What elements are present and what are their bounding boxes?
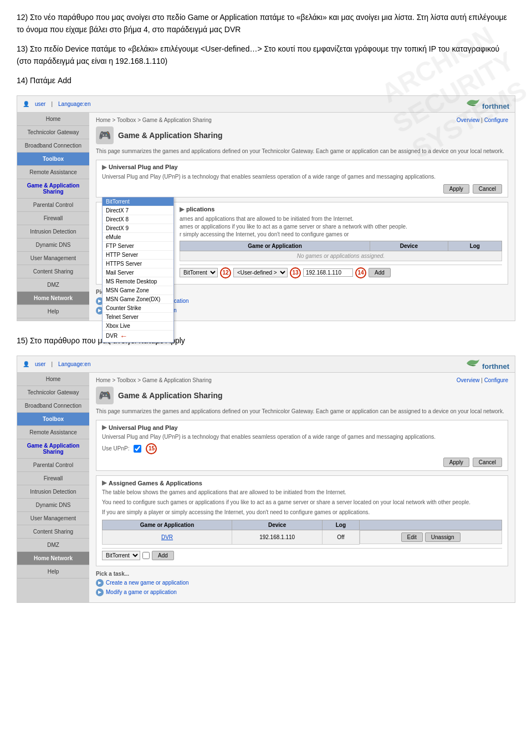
upnp-checkbox[interactable] — [134, 445, 141, 453]
dd-item-emule[interactable]: eMule — [103, 233, 173, 242]
sidebar-2-help[interactable]: Help — [17, 565, 89, 579]
panel-desc-1: This page summarizes the games and appli… — [96, 148, 508, 155]
sidebar-item-toolbox[interactable]: Toolbox — [17, 153, 89, 166]
circled-15: 15 — [146, 443, 157, 454]
sidebar-item-game[interactable]: Game & Application Sharing — [17, 179, 89, 199]
sidebar-item-dns[interactable]: Dynamic DNS — [17, 239, 89, 252]
sidebar-item-technicolor[interactable]: Technicolor Gateway — [17, 126, 89, 139]
sidebar-item-home-network[interactable]: Home Network — [17, 292, 89, 305]
task-item-modify-2[interactable]: ▶ Modify a game or application — [96, 588, 508, 596]
sidebar-2-technicolor[interactable]: Technicolor Gateway — [17, 386, 89, 399]
dd-item-msndx[interactable]: MSN Game Zone(DX) — [103, 295, 173, 304]
configure-link[interactable]: Configure — [484, 117, 508, 123]
router-content-1: Home Technicolor Gateway Broadband Conne… — [17, 113, 515, 321]
upnp-label: Use UPnP: — [102, 445, 129, 453]
forthnet-logo-2: forthnet — [464, 358, 509, 371]
dd-item-http[interactable]: HTTP Server — [103, 251, 173, 260]
col-log-2: Log — [323, 520, 359, 530]
table-row-empty: No games or applications assigned. — [180, 251, 502, 261]
sidebar-2-home[interactable]: Home — [17, 373, 89, 386]
dd-item-dvr[interactable]: DVR ← — [103, 331, 173, 342]
sidebar-2-parental[interactable]: Parental Control — [17, 459, 89, 472]
dd-item-telnet[interactable]: Telnet Server — [103, 313, 173, 322]
dvr-game-cell: DVR — [103, 530, 232, 545]
cancel-button-1[interactable]: Cancel — [473, 184, 502, 194]
task-item-create-2[interactable]: ▶ Create a new game or application — [96, 579, 508, 587]
col-device-2: Device — [232, 520, 323, 530]
sidebar-2-remote[interactable]: Remote Assistance — [17, 426, 89, 439]
games-arrow-icon: ▶ — [180, 206, 184, 213]
apply-button-1[interactable]: Apply — [443, 184, 469, 194]
upnp-arrow-icon-2: ▶ — [102, 424, 106, 431]
sidebar-2-content[interactable]: Content Sharing — [17, 525, 89, 539]
paragraph-1: 12) Στο νέο παράθυρο που μας ανοίγει στο… — [17, 11, 515, 36]
upnp-section-2: ▶ Universal Plug and Play Universal Plug… — [96, 420, 508, 471]
cancel-button-2[interactable]: Cancel — [473, 458, 502, 467]
router-content-2: Home Technicolor Gateway Broadband Conne… — [17, 373, 515, 602]
user-link[interactable]: user — [35, 101, 45, 107]
apply-button-2[interactable]: Apply — [443, 458, 469, 467]
sidebar-item-firewall[interactable]: Firewall — [17, 212, 89, 225]
dd-item-bittorrent[interactable]: BitTorrent — [103, 197, 173, 206]
dd-item-ftp[interactable]: FTP Server — [103, 242, 173, 251]
add-button-2[interactable]: Add — [152, 551, 174, 560]
language-link-2[interactable]: Language:en — [58, 361, 90, 367]
dd-item-directx9[interactable]: DirectX 9 — [103, 224, 173, 233]
breadcrumb-1: Home > Toolbox > Game & Application Shar… — [96, 117, 508, 123]
log-checkbox-2[interactable] — [142, 552, 150, 559]
dd-item-msn[interactable]: MSN Game Zone — [103, 286, 173, 295]
sidebar-item-home[interactable]: Home — [17, 113, 89, 126]
create-game-link-2[interactable]: Create a new game or application — [106, 580, 189, 586]
user-link-2[interactable]: user — [35, 361, 45, 367]
separator: | — [51, 101, 53, 107]
sidebar-2-game[interactable]: Game & Application Sharing — [17, 439, 89, 459]
games-section-1: BitTorrent DirectX 7 DirectX 8 DirectX 9… — [96, 202, 508, 285]
dd-item-mail[interactable]: Mail Server — [103, 268, 173, 277]
ip-input[interactable] — [303, 268, 353, 277]
sidebar-item-user-mgmt[interactable]: User Management — [17, 252, 89, 265]
add-button-1[interactable]: Add — [369, 268, 391, 277]
game-select[interactable]: BitTorrent — [180, 268, 218, 277]
dd-item-https[interactable]: HTTPS Server — [103, 260, 173, 268]
dd-item-directx7[interactable]: DirectX 7 — [103, 206, 173, 215]
sidebar-2-broadband[interactable]: Broadband Connection — [17, 399, 89, 413]
sidebar-2-intrusion[interactable]: Intrusion Detection — [17, 485, 89, 499]
upnp-header-1: ▶ Universal Plug and Play — [102, 164, 502, 171]
sidebar-item-content[interactable]: Content Sharing — [17, 265, 89, 278]
sidebar-item-parental[interactable]: Parental Control — [17, 199, 89, 212]
modify-game-link-2[interactable]: Modify a game or application — [106, 589, 177, 595]
panel-heading-1: Game & Application Sharing — [118, 131, 223, 140]
edit-button[interactable]: Edit — [401, 532, 423, 542]
dd-item-msremote[interactable]: MS Remote Desktop — [103, 277, 173, 286]
dvr-link[interactable]: DVR — [161, 534, 173, 540]
device-select[interactable]: <User-defined > — [233, 268, 288, 277]
dd-item-xbox[interactable]: Xbox Live — [103, 322, 173, 331]
upnp-section-1: ▶ Universal Plug and Play Universal Plug… — [96, 160, 508, 197]
overview-link-2[interactable]: Overview — [457, 377, 480, 383]
games-arrow-icon-2: ▶ — [102, 479, 106, 486]
overview-link[interactable]: Overview — [457, 117, 480, 123]
games-content-1: ames and applications that are allowed t… — [180, 215, 502, 239]
sidebar-item-help[interactable]: Help — [17, 305, 89, 318]
sidebar-item-intrusion[interactable]: Intrusion Detection — [17, 225, 89, 239]
sidebar-2-firewall[interactable]: Firewall — [17, 472, 89, 485]
sidebar-item-broadband[interactable]: Broadband Connection — [17, 139, 89, 153]
language-link[interactable]: Language:en — [58, 101, 90, 107]
sidebar-item-dmz[interactable]: DMZ — [17, 278, 89, 292]
dd-item-counterstrike[interactable]: Counter Strike — [103, 304, 173, 313]
sidebar-2-toolbox[interactable]: Toolbox — [17, 413, 89, 426]
sidebar-2-user-mgmt[interactable]: User Management — [17, 512, 89, 525]
sidebar-2: Home Technicolor Gateway Broadband Conne… — [17, 373, 89, 602]
upnp-content-1: Universal Plug and Play (UPnP) is a tech… — [102, 173, 502, 194]
dd-item-directx8[interactable]: DirectX 8 — [103, 215, 173, 224]
sidebar-2-dns[interactable]: Dynamic DNS — [17, 499, 89, 512]
game-icon: 🎮 — [96, 126, 114, 144]
sidebar-2-dmz[interactable]: DMZ — [17, 539, 89, 552]
sidebar-2-home-network[interactable]: Home Network — [17, 552, 89, 565]
section-arrow-icon: ▶ — [102, 164, 106, 171]
sidebar-item-remote[interactable]: Remote Assistance — [17, 166, 89, 179]
app-dropdown-list[interactable]: BitTorrent DirectX 7 DirectX 8 DirectX 9… — [102, 197, 174, 343]
unassign-button[interactable]: Unassign — [425, 532, 461, 542]
game-select-2[interactable]: BitTorrent — [102, 551, 140, 560]
configure-link-2[interactable]: Configure — [484, 377, 508, 383]
